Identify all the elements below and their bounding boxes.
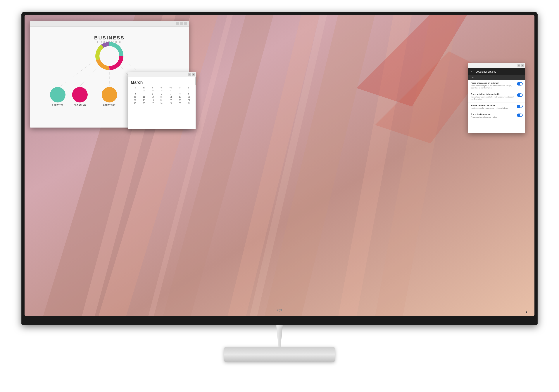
cal-day[interactable]: 30 bbox=[176, 102, 184, 105]
cal-day[interactable]: 25 bbox=[131, 102, 140, 105]
cal-day[interactable]: 22 bbox=[166, 98, 176, 102]
devops-option-1-desc: Makes any app eligible to be written to … bbox=[471, 85, 515, 89]
cal-day[interactable]: 13 bbox=[157, 96, 166, 98]
calendar-scrollbar-thumb[interactable] bbox=[195, 77, 196, 85]
devops-option-2-title: Force activities to be resizable bbox=[471, 93, 515, 95]
devops-option-3-text: Enable freeform windows Enable support f… bbox=[471, 104, 517, 109]
cal-day[interactable]: 2 bbox=[185, 89, 193, 92]
svg-text:hp: hp bbox=[277, 307, 282, 312]
cal-day[interactable]: 3 bbox=[131, 92, 140, 96]
devops-option-2-text: Force activities to be resizable Make al… bbox=[471, 93, 517, 100]
cal-day[interactable]: 14 bbox=[166, 96, 176, 98]
cal-day[interactable]: 27 bbox=[131, 89, 140, 92]
stand-neck bbox=[274, 325, 285, 347]
svg-point-32 bbox=[72, 87, 88, 102]
day-header-m: M bbox=[140, 87, 148, 89]
cal-day[interactable]: 10 bbox=[131, 96, 140, 98]
devops-option-4-text: Force desktop mode Force experimental de… bbox=[471, 113, 517, 118]
cal-day[interactable]: 6 bbox=[157, 92, 166, 96]
devops-options-list: Force allow apps on external Makes any a… bbox=[468, 80, 525, 131]
cal-day[interactable]: 18 bbox=[140, 98, 148, 102]
cal-day[interactable]: 5 bbox=[148, 92, 157, 96]
cal-day[interactable]: 11 bbox=[140, 96, 148, 98]
cal-day[interactable]: 20 bbox=[157, 98, 166, 102]
svg-line-21 bbox=[58, 63, 91, 88]
day-header-s: S bbox=[131, 87, 140, 89]
cal-day[interactable]: 4 bbox=[140, 92, 148, 96]
toggle-1[interactable] bbox=[517, 82, 523, 86]
cal-day[interactable]: 16 bbox=[185, 96, 193, 98]
toggle-2[interactable] bbox=[517, 93, 523, 97]
svg-point-33 bbox=[102, 87, 117, 102]
minimize-button[interactable]: — bbox=[176, 22, 179, 25]
calendar-scrollbar[interactable] bbox=[195, 77, 196, 129]
cal-day[interactable]: 29 bbox=[148, 89, 157, 92]
devops-option-1-title: Force allow apps on external bbox=[471, 82, 515, 84]
power-indicator bbox=[526, 312, 527, 313]
calendar-window: □ ✕ March S M T W TH F bbox=[128, 72, 196, 129]
devops-maximize-button[interactable]: □ bbox=[518, 64, 521, 67]
svg-point-31 bbox=[50, 87, 65, 102]
calendar-month: March bbox=[131, 80, 193, 85]
cal-day[interactable]: 26 bbox=[140, 102, 148, 105]
devops-option-3-desc: Enable support for experimental freeform… bbox=[471, 107, 515, 109]
calendar-close-button[interactable]: ✕ bbox=[192, 73, 195, 76]
devops-option-4-desc: Force experimental desktop mode on bbox=[471, 116, 515, 118]
cal-day[interactable]: 15 bbox=[176, 96, 184, 98]
cal-day[interactable]: 1 bbox=[176, 89, 184, 92]
screen: — □ ✕ BUSINESS INFOGRAPHIC bbox=[25, 15, 534, 316]
stand-base bbox=[224, 347, 335, 362]
day-header-w: W bbox=[157, 87, 166, 89]
calendar-week-3: 10 11 12 13 14 15 16 bbox=[131, 96, 193, 98]
cal-day[interactable]: 8 bbox=[176, 92, 184, 96]
devops-title: Developer options bbox=[475, 70, 496, 73]
cal-day[interactable]: 27 bbox=[148, 102, 157, 105]
cal-day[interactable]: 24 bbox=[185, 98, 193, 102]
day-header-f: F bbox=[176, 87, 184, 89]
calendar-grid: S M T W TH F S 27 bbox=[131, 87, 193, 105]
cal-day[interactable]: 31 bbox=[185, 102, 193, 105]
day-header-s2: S bbox=[185, 87, 193, 89]
cal-day[interactable]: 29 bbox=[166, 102, 176, 105]
day-header-t: T bbox=[148, 87, 157, 89]
cal-day[interactable]: 30 bbox=[157, 89, 166, 92]
cal-day[interactable]: 28 bbox=[157, 102, 166, 105]
toggle-4[interactable] bbox=[517, 114, 523, 117]
calendar-header-row: S M T W TH F S bbox=[131, 87, 193, 89]
devops-window: □ ✕ ← Developer options On Force allow a… bbox=[468, 63, 525, 133]
calendar-minimize-button[interactable]: □ bbox=[188, 73, 191, 76]
devops-option-1-text: Force allow apps on external Makes any a… bbox=[471, 82, 517, 89]
svg-text:CREATIVE: CREATIVE bbox=[52, 104, 64, 106]
toggle-3-knob bbox=[520, 105, 522, 108]
cal-day[interactable]: 12 bbox=[148, 96, 157, 98]
close-button[interactable]: ✕ bbox=[184, 22, 187, 25]
monitor-bezel: — □ ✕ BUSINESS INFOGRAPHIC bbox=[21, 12, 538, 325]
devops-header: ← Developer options bbox=[468, 68, 525, 75]
toggle-4-knob bbox=[520, 114, 522, 116]
cal-day[interactable]: 28 bbox=[140, 89, 148, 92]
monitor: — □ ✕ BUSINESS INFOGRAPHIC bbox=[21, 12, 538, 380]
toggle-1-knob bbox=[520, 83, 522, 85]
svg-line-22 bbox=[78, 66, 98, 88]
on-label: On bbox=[471, 76, 474, 79]
toggle-3[interactable] bbox=[517, 105, 523, 108]
maximize-button[interactable]: □ bbox=[180, 22, 183, 25]
calendar-titlebar: □ ✕ bbox=[128, 72, 196, 77]
svg-text:BUSINESS: BUSINESS bbox=[94, 35, 125, 41]
svg-text:PLANNING: PLANNING bbox=[74, 104, 86, 106]
cal-day[interactable]: 19 bbox=[148, 98, 157, 102]
cal-day[interactable]: 7 bbox=[166, 92, 176, 96]
back-arrow-icon[interactable]: ← bbox=[471, 70, 474, 73]
cal-day[interactable]: 31 bbox=[166, 89, 176, 92]
devops-on-bar: On bbox=[468, 75, 525, 80]
cal-day[interactable]: 17 bbox=[131, 98, 140, 102]
devops-close-button[interactable]: ✕ bbox=[521, 64, 524, 67]
devops-option-2-desc: Make all activities resizable for multi-… bbox=[471, 96, 515, 100]
svg-text:STRATEGY: STRATEGY bbox=[103, 104, 115, 106]
devops-option-2: Force activities to be resizable Make al… bbox=[468, 91, 525, 102]
toggle-2-knob bbox=[520, 94, 522, 96]
cal-day[interactable]: 9 bbox=[185, 92, 193, 96]
cal-day[interactable]: 23 bbox=[176, 98, 184, 102]
day-header-th: TH bbox=[166, 87, 176, 89]
calendar-week-4: 17 18 19 20 22 23 24 bbox=[131, 98, 193, 102]
